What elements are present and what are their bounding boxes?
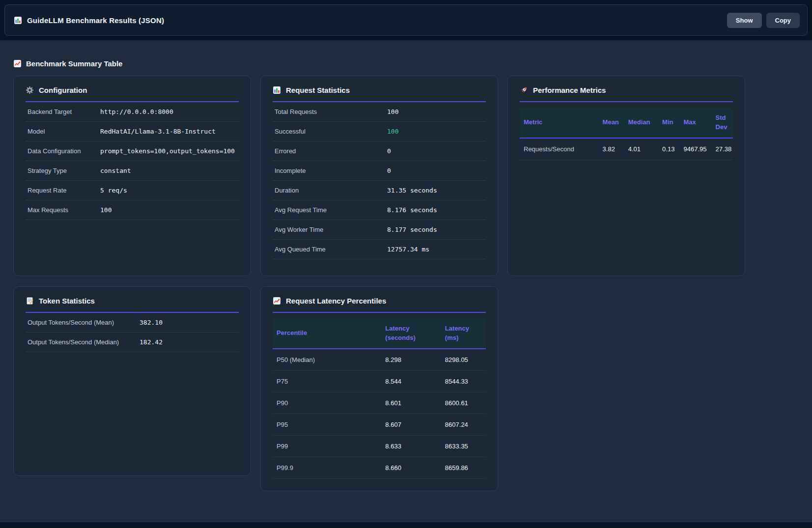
stat-row: Avg Queued Time 12757.34 ms <box>273 240 486 259</box>
token-statistics-title: Token Statistics <box>39 297 95 305</box>
results-header: GuideLLM Benchmark Results (JSON) Show C… <box>4 4 808 36</box>
stat-row: Errored 0 <box>273 141 486 161</box>
latency-table-row: P50 (Median) 8.298 8298.05 <box>273 349 486 371</box>
bar-chart-icon <box>273 86 281 94</box>
token-statistics-card: Token Statistics Output Tokens/Second (M… <box>13 286 251 476</box>
config-row: Request Rate 5 req/s <box>26 181 239 200</box>
col-std-dev: Std Dev <box>712 108 733 138</box>
latency-ms: 8607.24 <box>441 414 486 435</box>
metric-name: Requests/Second <box>520 138 599 160</box>
latency-seconds: 8.660 <box>381 457 441 478</box>
latency-percentiles-table: Percentile Latency (seconds) Latency (ms… <box>273 319 486 479</box>
latency-seconds: 8.607 <box>381 414 441 435</box>
stat-row: Incomplete 0 <box>273 161 486 181</box>
chart-increasing-icon <box>13 59 22 68</box>
col-median: Median <box>624 108 658 138</box>
summary-grid: Configuration Backend Target http://0.0.… <box>13 76 799 491</box>
stat-value: 8.176 seconds <box>387 206 437 214</box>
stat-value: 12757.34 ms <box>387 246 429 253</box>
token-value: 182.42 <box>140 338 163 346</box>
stat-row: Successful 100 <box>273 122 486 141</box>
config-value: RedHatAI/Llama-3.1-8B-Instruct <box>100 128 216 135</box>
stat-label: Successful <box>275 128 387 135</box>
request-statistics-card: Request Statistics Total Requests 100 Su… <box>260 76 498 276</box>
config-value: 5 req/s <box>100 187 127 194</box>
stat-label: Duration <box>275 187 387 194</box>
config-row: Backend Target http://0.0.0.0:8000 <box>26 102 239 122</box>
performance-metrics-card-title: Performance Metrics <box>520 86 733 102</box>
performance-metrics-title: Performance Metrics <box>533 86 606 94</box>
bar-chart-icon <box>14 16 22 25</box>
config-label: Strategy Type <box>28 167 100 174</box>
section-title: Benchmark Summary Table <box>26 59 122 68</box>
config-label: Data Configuration <box>28 147 100 155</box>
performance-table-row: Requests/Second 3.82 4.01 0.13 9467.95 2… <box>520 138 733 160</box>
latency-table-row: P99 8.633 8633.35 <box>273 435 486 457</box>
stat-value: 31.35 seconds <box>387 187 437 194</box>
latency-table-header-row: Percentile Latency (seconds) Latency (ms… <box>273 319 486 349</box>
latency-seconds: 8.544 <box>381 370 441 392</box>
latency-ms: 8633.35 <box>441 435 486 457</box>
config-label: Max Requests <box>28 206 100 214</box>
config-label: Request Rate <box>28 187 100 194</box>
metric-mean: 3.82 <box>599 138 624 160</box>
rocket-icon <box>520 86 528 94</box>
page-title: GuideLLM Benchmark Results (JSON) <box>27 16 164 25</box>
latency-ms: 8659.86 <box>441 457 486 478</box>
token-statistics-card-title: Token Statistics <box>26 297 239 313</box>
latency-percentiles-card-title: Request Latency Percentiles <box>273 297 486 313</box>
token-label: Output Tokens/Second (Mean) <box>28 319 140 326</box>
percentile-name: P90 <box>273 392 381 414</box>
percentile-name: P99 <box>273 435 381 457</box>
top-strip: GuideLLM Benchmark Results (JSON) Show C… <box>0 0 812 40</box>
chart-increasing-icon <box>273 297 281 305</box>
col-max: Max <box>679 108 711 138</box>
config-value: constant <box>100 167 131 174</box>
configuration-rows: Backend Target http://0.0.0.0:8000 Model… <box>26 102 239 220</box>
stat-row: Avg Worker Time 8.177 seconds <box>273 220 486 240</box>
stat-value: 100 <box>387 108 398 115</box>
stat-row: Avg Request Time 8.176 seconds <box>273 200 486 220</box>
memo-icon <box>26 297 34 305</box>
latency-table-row: P99.9 8.660 8659.86 <box>273 457 486 478</box>
copy-button[interactable]: Copy <box>766 13 800 28</box>
config-label: Backend Target <box>28 108 100 115</box>
stat-label: Total Requests <box>275 108 387 115</box>
gear-icon <box>26 86 34 94</box>
configuration-title: Configuration <box>39 86 87 94</box>
latency-table-row: P75 8.544 8544.33 <box>273 370 486 392</box>
latency-seconds: 8.633 <box>381 435 441 457</box>
request-statistics-title: Request Statistics <box>286 86 350 94</box>
metric-max: 9467.95 <box>679 138 711 160</box>
config-row: Max Requests 100 <box>26 200 239 220</box>
latency-ms: 8544.33 <box>441 370 486 392</box>
request-statistics-rows: Total Requests 100 Successful 100 Errore… <box>273 102 486 259</box>
config-value: http://0.0.0.0:8000 <box>100 108 173 115</box>
performance-metrics-card: Performance Metrics Metric Mean Median M… <box>507 76 745 276</box>
configuration-card-title: Configuration <box>26 86 239 102</box>
col-mean: Mean <box>599 108 624 138</box>
col-percentile: Percentile <box>273 319 381 349</box>
metric-min: 0.13 <box>658 138 679 160</box>
metric-std-dev: 27.38 <box>712 138 733 160</box>
show-button[interactable]: Show <box>727 13 762 28</box>
stat-value: 0 <box>387 147 391 155</box>
config-value: prompt_tokens=100,output_tokens=100 <box>100 147 235 155</box>
config-label: Model <box>28 128 100 135</box>
col-min: Min <box>658 108 679 138</box>
latency-table-row: P90 8.601 8600.61 <box>273 392 486 414</box>
page-bottom-strip <box>0 522 812 528</box>
stat-value: 0 <box>387 167 391 174</box>
latency-table-row: P95 8.607 8607.24 <box>273 414 486 435</box>
latency-percentiles-card: Request Latency Percentiles Percentile L… <box>260 286 498 491</box>
token-label: Output Tokens/Second (Median) <box>28 338 140 346</box>
token-row: Output Tokens/Second (Mean) 382.10 <box>26 313 239 333</box>
config-row: Strategy Type constant <box>26 161 239 181</box>
col-latency-seconds: Latency (seconds) <box>381 319 441 349</box>
stat-value: 8.177 seconds <box>387 226 437 233</box>
stat-row: Duration 31.35 seconds <box>273 181 486 200</box>
percentile-name: P75 <box>273 370 381 392</box>
token-row: Output Tokens/Second (Median) 182.42 <box>26 333 239 352</box>
header-actions: Show Copy <box>727 13 800 28</box>
config-row: Data Configuration prompt_tokens=100,out… <box>26 141 239 161</box>
